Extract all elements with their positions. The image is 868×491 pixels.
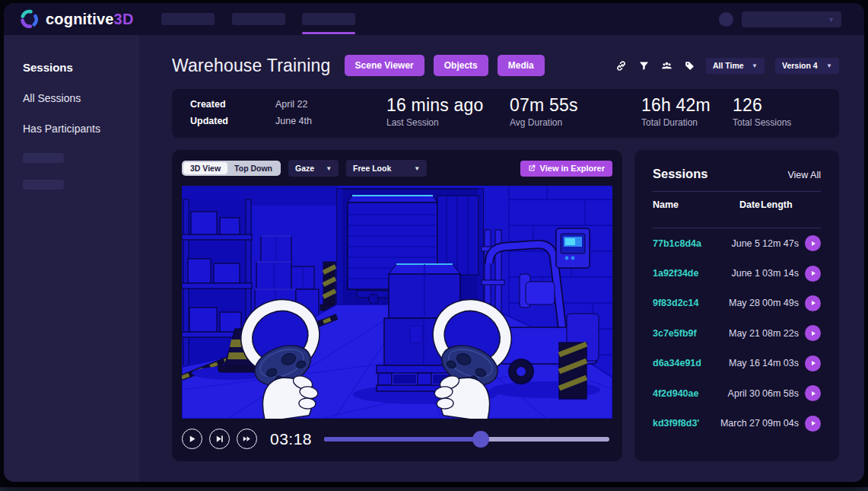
session-date: May 16 <box>717 358 760 368</box>
link-icon[interactable] <box>615 59 627 72</box>
session-row: 3c7e5fb9f May 21 08m 22s <box>653 318 821 348</box>
play-icon <box>188 435 196 443</box>
play-icon <box>810 241 816 247</box>
sidebar-item-placeholder-2[interactable] <box>23 180 64 190</box>
sidebar-item-placeholder-1[interactable] <box>23 153 64 163</box>
play-icon <box>810 270 816 276</box>
session-id-link[interactable]: d6a34e91d <box>653 358 717 368</box>
session-id-link[interactable]: 1a92f34de <box>653 268 717 279</box>
session-date: May 28 <box>717 298 760 308</box>
stat-total-sessions: 126Total Sessions <box>733 95 791 128</box>
app-window: cognitive3D ▼ Sessions All Sessions Has … <box>4 3 864 482</box>
session-play-button[interactable] <box>805 295 821 311</box>
caret-down-icon: ▼ <box>752 62 758 69</box>
toggle-3d-view[interactable]: 3D View <box>183 162 227 174</box>
session-date: March 27 <box>717 418 760 429</box>
session-play-button[interactable] <box>805 416 821 432</box>
caret-down-icon: ▼ <box>826 62 832 69</box>
warehouse-scene-illustration <box>182 186 612 419</box>
play-icon <box>810 360 816 366</box>
session-id-link[interactable]: kd3f9f8d3' <box>653 418 717 429</box>
playback-slider[interactable] <box>324 437 609 442</box>
session-rows: 77b1c8d4a June 5 12m 47s 1a92f34de June … <box>653 228 821 438</box>
stat-total-duration: 16h 42mTotal Duration <box>641 95 711 128</box>
tag-icon[interactable] <box>683 59 695 72</box>
session-id-link[interactable]: 3c7e5fb9f <box>653 328 717 339</box>
page-title: Warehouse Training <box>172 56 331 76</box>
nav-tab-placeholder-1[interactable] <box>161 13 215 25</box>
account-dropdown[interactable]: ▼ <box>742 11 841 27</box>
session-date: May 21 <box>717 328 760 339</box>
version-filter-select[interactable]: Version 4▼ <box>775 58 839 74</box>
playback-slider-thumb[interactable] <box>472 431 489 448</box>
sessions-panel: Sessions View All Name Date Length 77b1c… <box>634 150 839 461</box>
top-nav-bar: cognitive3D ▼ <box>4 3 864 35</box>
caret-down-icon: ▼ <box>414 165 420 172</box>
main-content: Warehouse Training Scene Viewer Objects … <box>139 35 864 482</box>
session-play-button[interactable] <box>805 235 821 251</box>
playback-time: 03:18 <box>270 430 312 448</box>
stat-last-session: 16 mins agoLast Session <box>386 95 484 128</box>
external-link-icon <box>528 164 536 172</box>
fast-forward-button[interactable] <box>237 429 257 449</box>
active-tab-underline <box>302 32 355 34</box>
scene-viewer-button[interactable]: Scene Viewer <box>345 55 424 76</box>
session-length: 14m 03s <box>761 358 804 368</box>
column-date: Date <box>717 199 760 210</box>
media-button[interactable]: Media <box>498 55 545 76</box>
sidebar-item-has-participants[interactable]: Has Participants <box>23 123 139 135</box>
session-play-button[interactable] <box>805 266 821 282</box>
session-row: 4f2d940ae April 30 06m 58s <box>653 378 821 408</box>
stat-avg-duration: 07m 55sAvg Duration <box>510 95 578 128</box>
scene-viewer-panel: 3D View Top Down Gaze▼ Free Look▼ <box>172 150 622 461</box>
play-icon <box>810 420 816 426</box>
nav-tab-placeholder-3[interactable] <box>302 13 355 25</box>
session-length: 00m 49s <box>761 298 804 308</box>
session-length: 06m 58s <box>761 388 804 399</box>
session-id-link[interactable]: 4f2d940ae <box>653 388 717 399</box>
session-row: kd3f9f8d3' March 27 09m 04s <box>653 408 821 438</box>
fast-forward-icon <box>243 435 251 443</box>
view-mode-toggle: 3D View Top Down <box>182 161 281 176</box>
session-date: April 30 <box>717 388 760 399</box>
play-button[interactable] <box>182 429 202 449</box>
session-length: 03m 14s <box>761 268 804 279</box>
filter-icon[interactable] <box>637 59 650 72</box>
playback-progress-fill <box>324 437 481 442</box>
view-in-explorer-button[interactable]: View in Explorer <box>520 161 612 177</box>
time-filter-select[interactable]: All Time▼ <box>706 58 765 74</box>
session-play-button[interactable] <box>805 355 821 371</box>
avatar[interactable] <box>719 12 733 27</box>
play-icon <box>810 330 816 336</box>
session-id-link[interactable]: 77b1c8d4a <box>653 238 717 249</box>
session-length: 09m 04s <box>761 418 804 429</box>
sidebar-heading: Sessions <box>23 61 139 74</box>
sidebar: Sessions All Sessions Has Participants <box>4 35 139 482</box>
free-look-select[interactable]: Free Look▼ <box>346 160 427 177</box>
session-length: 08m 22s <box>761 328 804 339</box>
nav-tab-placeholder-2[interactable] <box>232 13 285 25</box>
warehouse-3d-viewport[interactable] <box>182 186 612 419</box>
stats-bar: Created April 22 Updated June 4th 16 min… <box>172 89 839 138</box>
toggle-top-down[interactable]: Top Down <box>227 162 279 174</box>
session-row: 9f83d2c14 May 28 00m 49s <box>653 289 821 318</box>
play-icon <box>810 391 816 397</box>
objects-button[interactable]: Objects <box>434 55 488 76</box>
gaze-select[interactable]: Gaze▼ <box>288 160 339 177</box>
session-play-button[interactable] <box>805 385 821 401</box>
skip-next-icon <box>215 435 224 443</box>
sidebar-item-all-sessions[interactable]: All Sessions <box>23 92 139 104</box>
participants-icon[interactable] <box>660 59 672 72</box>
playback-controls: 03:18 <box>182 419 612 449</box>
updated-label: Updated <box>190 116 228 126</box>
view-all-link[interactable]: View All <box>787 170 821 180</box>
session-play-button[interactable] <box>805 325 821 341</box>
session-id-link[interactable]: 9f83d2c14 <box>653 298 717 308</box>
created-label: Created <box>190 99 228 110</box>
logo[interactable]: cognitive3D <box>19 9 134 29</box>
created-value: April 22 <box>275 99 312 110</box>
session-date: June 1 <box>717 268 760 279</box>
column-name: Name <box>653 199 717 210</box>
skip-next-button[interactable] <box>209 429 230 449</box>
session-row: 1a92f34de June 1 03m 14s <box>653 258 821 288</box>
